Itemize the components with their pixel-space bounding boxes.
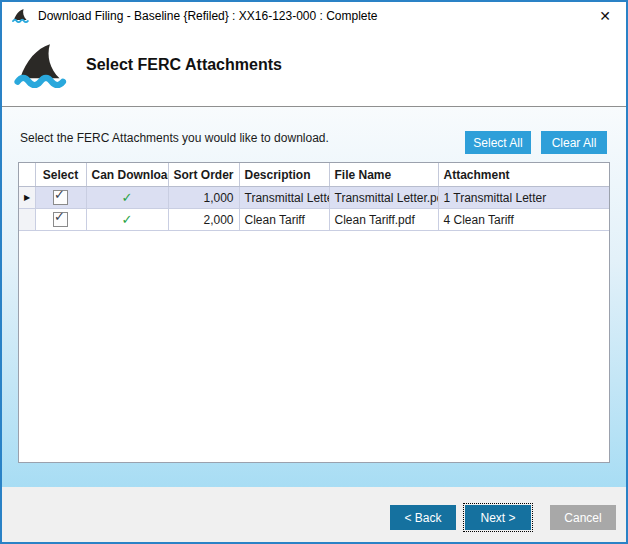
page-title: Select FERC Attachments xyxy=(86,56,282,74)
row-pointer[interactable] xyxy=(19,209,35,231)
attachment-cell: 1 Transmittal Letter xyxy=(438,187,609,209)
attachments-grid: Select Can Download? Sort Order Descript… xyxy=(18,162,610,463)
row-checkbox[interactable]: ✓ xyxy=(53,190,68,205)
select-all-button[interactable]: Select All xyxy=(465,131,531,154)
row-checkbox[interactable]: ✓ xyxy=(53,212,68,227)
description-cell: Clean Tariff xyxy=(239,209,329,231)
next-button[interactable]: Next > xyxy=(465,505,531,530)
col-header-description[interactable]: Description xyxy=(239,163,329,187)
file-name-cell: Clean Tariff.pdf xyxy=(329,209,438,231)
clear-all-button[interactable]: Clear All xyxy=(541,131,607,154)
download-filing-dialog: Download Filing - Baseline {Refiled} : X… xyxy=(0,0,628,544)
col-header-file-name[interactable]: File Name xyxy=(329,163,438,187)
instruction-text: Select the FERC Attachments you would li… xyxy=(20,131,329,145)
title-bar: Download Filing - Baseline {Refiled} : X… xyxy=(2,2,626,30)
window-title: Download Filing - Baseline {Refiled} : X… xyxy=(38,9,378,23)
wizard-footer: < Back Next > Cancel xyxy=(2,487,626,542)
wizard-header: Select FERC Attachments xyxy=(2,30,626,107)
can-download-check-icon: ✓ xyxy=(86,209,168,231)
col-header-sort-order[interactable]: Sort Order xyxy=(168,163,239,187)
sort-order-cell: 1,000 xyxy=(168,187,239,209)
can-download-check-icon: ✓ xyxy=(86,187,168,209)
shark-fin-icon xyxy=(12,8,30,24)
description-cell: Transmittal Letter xyxy=(239,187,329,209)
close-icon[interactable]: ✕ xyxy=(594,6,616,26)
shark-logo xyxy=(14,40,70,92)
cancel-button[interactable]: Cancel xyxy=(550,505,616,530)
sort-order-cell: 2,000 xyxy=(168,209,239,231)
file-name-cell: Transmittal Letter.pdf xyxy=(329,187,438,209)
row-selector-header xyxy=(19,163,35,187)
col-header-select[interactable]: Select xyxy=(35,163,86,187)
back-button[interactable]: < Back xyxy=(390,505,456,530)
col-header-attachment[interactable]: Attachment xyxy=(438,163,609,187)
content-area: Select the FERC Attachments you would li… xyxy=(2,107,626,487)
attachment-cell: 4 Clean Tariff xyxy=(438,209,609,231)
table-row[interactable]: ▶✓✓1,000Transmittal LetterTransmittal Le… xyxy=(19,187,609,209)
col-header-can-download[interactable]: Can Download? xyxy=(86,163,168,187)
row-pointer[interactable]: ▶ xyxy=(19,187,35,209)
table-row[interactable]: ✓✓2,000Clean TariffClean Tariff.pdf4 Cle… xyxy=(19,209,609,231)
grid-header-row: Select Can Download? Sort Order Descript… xyxy=(19,163,609,187)
